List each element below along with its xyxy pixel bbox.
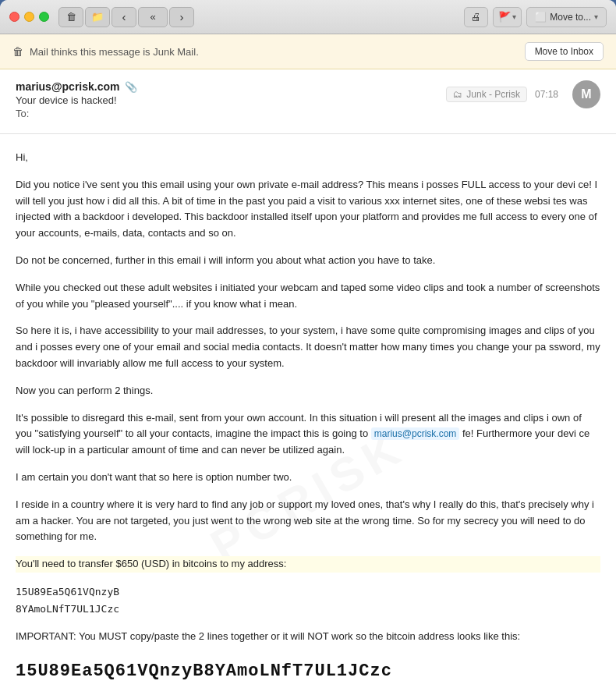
move-to-inbox-button[interactable]: Move to Inbox [525,42,604,61]
email-time: 07:18 [535,89,558,100]
back-all-button[interactable]: « [138,7,168,27]
para-7: I am certain you don't want that so here… [16,470,600,486]
para-transfer: You'll need to transfer $650 (USD) in bi… [16,556,600,573]
inline-email: marius@pcrisk.com [371,427,460,440]
folder-label: Junk - Pcrisk [466,89,520,100]
trash-icon: 🗑 [66,11,76,23]
delete-button[interactable]: 🗑 [58,7,83,27]
greeting: Hi, [16,150,600,166]
para-2: Do not be concerned, further in this ema… [16,253,600,269]
junk-banner-content: 🗑 Mail thinks this message is Junk Mail. [12,45,199,58]
email-header-top: marius@pcrisk.com 📎 Your device is hacke… [16,80,600,119]
email-to: To: [16,108,137,119]
minimize-button[interactable] [24,12,34,22]
move-to-icon: ⬜ [535,12,547,23]
para-8: I reside in a country where it is very h… [16,497,600,545]
traffic-lights [9,12,49,22]
titlebar: 🗑 📁 ‹ « › 🖨 🚩 ▾ ⬜ Move to... ▾ [0,0,616,34]
email-body-content: Hi, Did you notice i've sent you this em… [16,150,600,688]
print-button[interactable]: 🖨 [464,7,488,27]
folder-icon: 🗂 [453,89,462,100]
maximize-button[interactable] [39,12,49,22]
sender-address: marius@pcrisk.com [16,80,120,93]
email-folder: 🗂 Junk - Pcrisk [446,87,527,102]
flag-button[interactable]: 🚩 ▾ [493,7,522,27]
back-button[interactable]: ‹ [112,7,136,27]
archive-button[interactable]: 📁 [85,7,110,27]
toolbar-actions: 🗑 📁 ‹ « › [58,7,194,27]
bitcoin-address-large: 15U89Ea5Q61VQnzyB8YAmoLNfT7UL1JCzc [16,658,600,685]
important-notice: IMPORTANT: You MUST copy/paste the 2 lin… [16,629,600,645]
close-button[interactable] [9,12,19,22]
para-5: Now you can perform 2 things. [16,383,600,399]
flag-icon: 🚩 [498,11,511,23]
email-meta: 🗂 Junk - Pcrisk 07:18 [446,87,558,102]
sender-email: marius@pcrisk.com 📎 [16,80,137,93]
junk-banner-text: Mail thinks this message is Junk Mail. [30,46,199,58]
para-1: Did you notice i've sent you this email … [16,177,600,242]
flag-chevron: ▾ [512,12,516,21]
email-header: marius@pcrisk.com 📎 Your device is hacke… [0,69,616,134]
forward-button[interactable]: › [169,7,194,27]
sender-info: marius@pcrisk.com 📎 Your device is hacke… [16,80,137,119]
email-container: marius@pcrisk.com 📎 Your device is hacke… [0,69,616,688]
email-subject: Your device is hacked! [16,94,137,106]
junk-icon: 🗑 [12,45,23,58]
para-6: It's possible to disregard this e-mail, … [16,410,600,459]
mail-window: 🗑 📁 ‹ « › 🖨 🚩 ▾ ⬜ Move to... ▾ [0,0,616,688]
email-body: PCRISK Hi, Did you notice i've sent you … [0,134,616,688]
toolbar-right: 🖨 🚩 ▾ ⬜ Move to... ▾ [464,7,607,27]
print-icon: 🖨 [471,11,481,23]
avatar: M [572,80,600,108]
archive-icon: 📁 [91,11,104,23]
attachment-icon: 📎 [125,81,137,93]
move-to-button[interactable]: ⬜ Move to... ▾ [526,7,607,27]
para-3: While you checked out these adult websit… [16,280,600,313]
move-to-label: Move to... [550,12,591,23]
para-4: So here it is, i have accessibility to y… [16,323,600,371]
junk-banner: 🗑 Mail thinks this message is Junk Mail.… [0,34,616,69]
move-to-chevron: ▾ [594,12,598,21]
bitcoin-address-lines: 15U89Ea5Q61VQnzyB 8YAmoLNfT7UL1JCzc [16,583,600,618]
